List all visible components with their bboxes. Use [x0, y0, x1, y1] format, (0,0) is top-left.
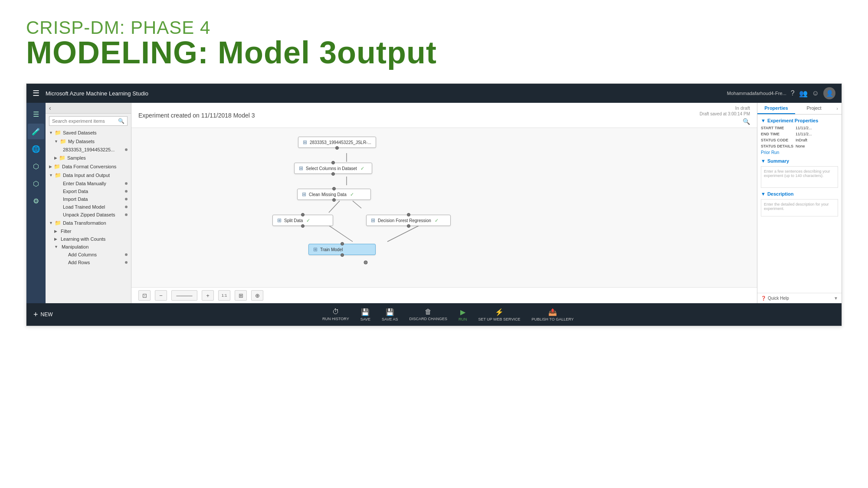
tree-leaf-dataset[interactable]: 2833353_1994453225...	[46, 146, 131, 154]
summary-box[interactable]: Enter a few sentences describing your ex…	[761, 166, 838, 188]
tree-label: Data Transformation	[63, 220, 106, 226]
discard-label: DISCARD CHANGES	[409, 317, 447, 321]
run-history-btn[interactable]: ⏱ RUN HISTORY	[317, 306, 354, 323]
expand-icon: ▶	[54, 156, 57, 160]
menu-icon[interactable]: ☰	[33, 88, 39, 98]
tree-leaf-add-columns[interactable]: Add Columns	[46, 251, 131, 259]
save-as-label: SAVE AS	[382, 317, 398, 321]
tree-label: Samples	[67, 155, 86, 160]
tree-label: 2833353_1994453225...	[63, 147, 115, 152]
tree-label: Learning with Counts	[61, 236, 105, 242]
search-icon: 🔍	[118, 118, 124, 124]
search-canvas-icon[interactable]: 🔍	[743, 118, 750, 125]
new-button[interactable]: + NEW	[33, 310, 53, 319]
smiley-icon[interactable]: ☺	[812, 89, 819, 97]
node-dot-top	[331, 161, 335, 164]
expand-icon: ▼	[54, 245, 58, 249]
center-btn[interactable]: ⊕	[251, 290, 263, 301]
sidebar-item-settings[interactable]: ⚙	[28, 193, 44, 209]
section-arrow: ▼	[761, 118, 766, 123]
svg-line-2	[329, 201, 340, 213]
status-code-row: STATUS CODE InDraft	[761, 138, 838, 142]
tree-item-samples[interactable]: ▶ 📁 Samples	[46, 154, 131, 162]
panel-expand-icon[interactable]: ›	[833, 103, 842, 114]
tree-item-learning-with-counts[interactable]: ▶ Learning with Counts	[46, 235, 131, 243]
canvas-toolbar: ⊡ − ──── + 1:1 ⊞ ⊕	[131, 287, 757, 303]
tree-leaf-add-rows[interactable]: Add Rows	[46, 259, 131, 266]
tree-item-data-input-output[interactable]: ▼ 📁 Data Input and Output	[46, 171, 131, 180]
discard-changes-btn[interactable]: 🗑 DISCARD CHANGES	[404, 306, 452, 323]
tree-label: Data Format Conversions	[62, 164, 116, 169]
zoom-100-btn[interactable]: 1:1	[218, 290, 230, 301]
summary-header[interactable]: ▼ Summary	[761, 158, 838, 164]
folder-icon: 📁	[55, 130, 61, 136]
save-icon: 💾	[361, 308, 370, 316]
zoom-in-btn[interactable]: +	[202, 290, 214, 301]
tree-leaf-enter-data[interactable]: Enter Data Manually	[46, 180, 131, 187]
tab-project[interactable]: Project	[795, 103, 833, 114]
tree-item-saved-datasets[interactable]: ▼ 📁 Saved Datasets	[46, 128, 131, 137]
quick-help[interactable]: ❓ Quick Help ▼	[757, 293, 842, 303]
avatar[interactable]: 👤	[823, 87, 835, 99]
node-split-data[interactable]: ⊞ Split Data ✓	[272, 215, 333, 226]
page-header: CRISP-DM: PHASE 4 MODELING: Model 3outpu…	[0, 0, 868, 83]
node-dataset-label: 2833353_1994453225_JSLR-...	[310, 140, 371, 145]
item-indicator	[125, 198, 128, 200]
fit-to-window-btn[interactable]: ⊡	[138, 290, 151, 301]
app-container: ☰ Microsoft Azure Machine Learning Studi…	[26, 83, 842, 326]
tree-leaf-unpack[interactable]: Unpack Zipped Datasets	[46, 211, 131, 219]
sidebar-item-datasets[interactable]: ⬡	[28, 158, 44, 174]
node-clean-missing[interactable]: ⊞ Clean Missing Data ✓	[297, 189, 371, 200]
node-forest-label: Decision Forest Regression	[378, 218, 431, 223]
canvas-body[interactable]: ⊞ 2833353_1994453225_JSLR-... ⊞ Select C…	[131, 128, 757, 287]
save-as-btn[interactable]: 💾 SAVE AS	[377, 306, 403, 323]
run-btn[interactable]: ▶ RUN	[453, 306, 472, 323]
setup-webservice-btn[interactable]: ⚡ SET UP WEB SERVICE	[473, 306, 525, 323]
sidebar-item-web[interactable]: 🌐	[28, 141, 44, 157]
sidebar-item-modules[interactable]: ⬡	[28, 176, 44, 191]
tree-item-data-transformation[interactable]: ▼ 📁 Data Transformation	[46, 219, 131, 227]
tree-item-data-format[interactable]: ▶ 📁 Data Format Conversions	[46, 162, 131, 171]
description-box[interactable]: Enter the detailed description for your …	[761, 199, 838, 216]
svg-line-4	[329, 226, 353, 242]
layout-btn[interactable]: ⊞	[235, 290, 247, 301]
item-indicator	[125, 206, 128, 208]
publish-gallery-btn[interactable]: 📤 PUBLISH TO GALLERY	[526, 306, 579, 323]
node-dot-top	[407, 213, 410, 216]
prior-run-link[interactable]: Prior Run	[761, 150, 838, 155]
zoom-slider[interactable]: ────	[171, 290, 197, 301]
node-decision-forest[interactable]: ⊞ Decision Forest Regression ✓	[366, 215, 451, 226]
sidebar-item-menu[interactable]: ☰	[28, 106, 44, 122]
expand-icon: ▼	[49, 221, 53, 225]
search-input[interactable]	[52, 118, 118, 124]
summary-placeholder: Enter a few sentences describing your ex…	[764, 169, 830, 178]
node-train-model[interactable]: ⊞ Train Model	[308, 244, 376, 255]
folder-icon: 📁	[60, 138, 66, 144]
tree-label: Unpack Zipped Datasets	[63, 212, 115, 217]
collapse-panel-icon[interactable]: ‹	[49, 105, 51, 111]
tree-item-manipulation[interactable]: ▼ Manipulation	[46, 243, 131, 251]
node-select-columns[interactable]: ⊞ Select Columns in Dataset ✓	[294, 163, 372, 174]
tree-label: Filter	[61, 229, 71, 234]
tree-leaf-import-data[interactable]: Import Data	[46, 195, 131, 203]
page-title: MODELING: Model 3output	[26, 35, 842, 70]
expand-icon: ▼	[54, 139, 58, 144]
webservice-label: SET UP WEB SERVICE	[478, 317, 520, 321]
node-dataset[interactable]: ⊞ 2833353_1994453225_JSLR-...	[298, 137, 376, 148]
run-label: RUN	[459, 317, 467, 321]
people-icon[interactable]: 👥	[799, 89, 808, 98]
experiment-properties-header[interactable]: ▼ Experiment Properties	[761, 118, 838, 123]
item-indicator	[125, 182, 128, 185]
tree-leaf-load-trained[interactable]: Load Trained Model	[46, 203, 131, 211]
sidebar-item-experiments[interactable]: 🧪	[28, 124, 44, 139]
tree-leaf-export-data[interactable]: Export Data	[46, 187, 131, 195]
tree-item-my-datasets[interactable]: ▼ 📁 My Datasets	[46, 137, 131, 146]
tab-properties[interactable]: Properties	[757, 103, 795, 114]
node-dot	[331, 172, 335, 176]
description-header[interactable]: ▼ Description	[761, 191, 838, 197]
help-icon[interactable]: ?	[791, 89, 795, 97]
save-btn[interactable]: 💾 SAVE	[355, 306, 376, 323]
zoom-out-btn[interactable]: −	[155, 290, 167, 301]
tree-item-filter[interactable]: ▶ Filter	[46, 227, 131, 235]
canvas-status: In draft Draft saved at 3:00:14 PM 🔍	[700, 105, 750, 125]
